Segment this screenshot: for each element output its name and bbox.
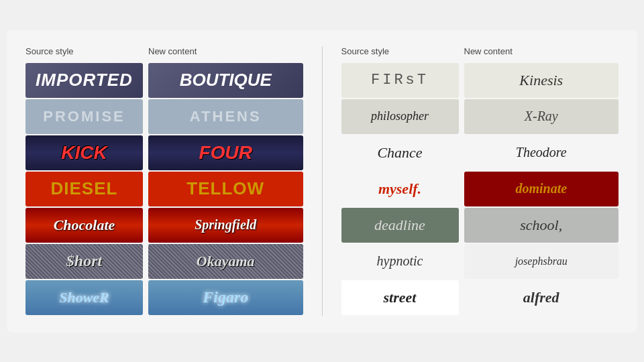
right-row: deadline school, [341, 208, 619, 243]
source-image: ShoweR [25, 280, 143, 315]
generated-image: ATHENS [148, 99, 303, 134]
source-image: IMPORTED [25, 63, 143, 98]
left-row: IMPORTED BOUTIQUE [25, 63, 303, 98]
left-generated-cell: Springfield [148, 208, 303, 243]
right-source-cell: FIRsT [341, 63, 459, 98]
source-image: FIRsT [341, 63, 459, 98]
generated-image: school, [464, 208, 619, 243]
source-image: street [341, 280, 459, 315]
left-row: $hort Okayama [25, 244, 303, 279]
right-source-cell: Chance [341, 135, 459, 170]
left-new-content-label: New content [148, 46, 303, 56]
right-generated-cell: josephsbrau [464, 244, 619, 279]
generated-image: alfred [464, 280, 619, 315]
generated-image: Springfield [148, 208, 303, 243]
generated-image: Theodore [464, 135, 619, 170]
generated-image: BOUTIQUE [148, 63, 303, 98]
source-image: myself. [341, 172, 459, 206]
generated-image: Figaro [148, 280, 303, 315]
right-generated-cell: Kinesis [464, 63, 619, 98]
left-row: Chocolate Springfield [25, 208, 303, 243]
right-generated-cell: alfred [464, 280, 619, 315]
left-row: KICK FOUR [25, 135, 303, 170]
left-panel: Source style New content IMPORTED BOUTIQ… [25, 46, 303, 316]
right-row: street alfred [341, 280, 619, 315]
left-row: DIESEL TELLOW [25, 172, 303, 206]
right-row: philosopher X-Ray [341, 99, 619, 134]
left-row: ShoweR Figaro [25, 280, 303, 315]
source-image: $hort [25, 244, 143, 279]
left-generated-cell: BOUTIQUE [148, 63, 303, 98]
right-source-cell: deadline [341, 208, 459, 243]
left-generated-cell: FOUR [148, 135, 303, 170]
right-source-cell: street [341, 280, 459, 315]
right-source-cell: philosopher [341, 99, 459, 134]
generated-image: FOUR [148, 135, 303, 170]
left-generated-cell: Okayama [148, 244, 303, 279]
left-source-cell: Chocolate [25, 208, 143, 243]
left-generated-cell: ATHENS [148, 99, 303, 134]
left-generated-cell: TELLOW [148, 172, 303, 206]
left-source-cell: $hort [25, 244, 143, 279]
right-source-cell: hypnotic [341, 244, 459, 279]
left-generated-cell: Figaro [148, 280, 303, 315]
generated-image: Kinesis [464, 63, 619, 98]
left-source-cell: ShoweR [25, 280, 143, 315]
left-source-cell: KICK [25, 135, 143, 170]
left-source-cell: DIESEL [25, 172, 143, 206]
right-source-cell: myself. [341, 172, 459, 206]
left-source-cell: IMPORTED [25, 63, 143, 98]
left-source-cell: PROMISE [25, 99, 143, 134]
right-generated-cell: Theodore [464, 135, 619, 170]
source-image: DIESEL [25, 172, 143, 206]
left-source-label: Source style [25, 46, 143, 56]
generated-image: josephsbrau [464, 244, 619, 279]
source-image: KICK [25, 135, 143, 170]
main-container: Source style New content IMPORTED BOUTIQ… [7, 30, 637, 333]
right-new-content-label: New content [464, 46, 619, 56]
right-row: FIRsT Kinesis [341, 63, 619, 98]
right-row: Chance Theodore [341, 135, 619, 170]
right-generated-cell: dominate [464, 172, 619, 206]
source-image: PROMISE [25, 99, 143, 134]
generated-image: Okayama [148, 244, 303, 279]
left-row: PROMISE ATHENS [25, 99, 303, 134]
right-panel: Source style New content FIRsT Kinesis p… [341, 46, 619, 316]
generated-image: X-Ray [464, 99, 619, 134]
right-source-label: Source style [341, 46, 459, 56]
right-row: myself. dominate [341, 172, 619, 206]
source-image: hypnotic [341, 244, 459, 279]
panel-divider [322, 46, 323, 316]
right-row: hypnotic josephsbrau [341, 244, 619, 279]
source-image: deadline [341, 208, 459, 243]
generated-image: dominate [464, 172, 619, 206]
generated-image: TELLOW [148, 172, 303, 206]
source-image: philosopher [341, 99, 459, 134]
right-header: Source style New content [341, 46, 619, 56]
source-image: Chocolate [25, 208, 143, 243]
left-header: Source style New content [25, 46, 303, 56]
right-generated-cell: X-Ray [464, 99, 619, 134]
right-generated-cell: school, [464, 208, 619, 243]
source-image: Chance [341, 135, 459, 170]
